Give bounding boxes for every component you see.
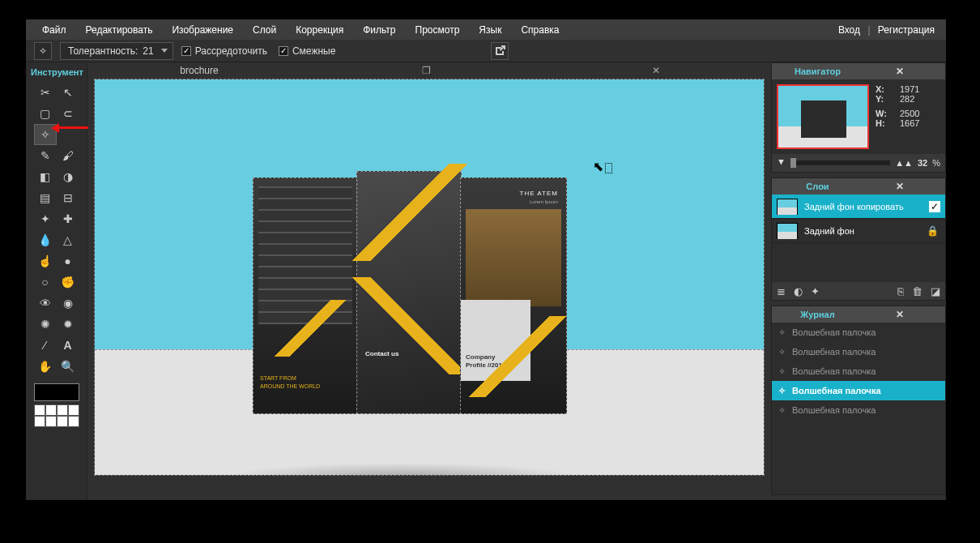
menubar: Файл Редактировать Изображение Слой Корр… (26, 19, 946, 40)
navigator-thumbnail[interactable] (777, 84, 869, 149)
history-label: Волшебная палочка (792, 405, 876, 415)
current-tool-icon[interactable]: ✧ (34, 42, 52, 60)
adjacent-checkbox[interactable]: Смежные (279, 45, 335, 57)
wand-icon: ✧ (39, 45, 47, 57)
foreground-color[interactable] (34, 383, 79, 401)
tolerance-label: Толерантность: (68, 45, 138, 57)
menu-image[interactable]: Изображение (162, 24, 243, 36)
layer-thumb (777, 199, 798, 215)
tool-smudge[interactable]: ☝ (34, 250, 57, 272)
tool-zoom[interactable]: 🔍 (57, 356, 79, 377)
coord-x: 1971 (900, 84, 919, 94)
zoom-in-icon[interactable]: ▲▲ (895, 158, 913, 168)
layers-close-icon[interactable]: ✕ (859, 181, 940, 192)
navigator-close-icon[interactable]: ✕ (859, 66, 940, 77)
menu-adjust[interactable]: Коррекция (286, 24, 353, 36)
layer-delete-icon[interactable]: 🗑 (912, 285, 922, 297)
tool-pinch[interactable]: ✹ (57, 314, 79, 335)
tool-move[interactable]: ↖ (57, 82, 79, 103)
layer-name: Задний фон копировать (804, 202, 929, 212)
layer-settings-icon[interactable]: ≣ (777, 285, 786, 297)
share-button[interactable] (491, 42, 509, 60)
layer-mask-icon[interactable]: ◐ (794, 285, 803, 297)
history-label: Волшебная палочка (792, 347, 876, 357)
canvas-area: brochure ❐ ✕ START FROM AROUND THE WORLD (87, 62, 771, 500)
tool-panel: Инструмент ✂ ↖ ▢ ⊂ ✧ ✎ 🖌 ◧ ◑ ▤ ⊟ ✦ ✚ 💧 △… (26, 62, 87, 500)
tool-heal[interactable]: ✚ (57, 208, 79, 229)
tool-picker[interactable]: ⁄ (34, 335, 57, 356)
tool-bloat[interactable]: ✺ (34, 314, 57, 335)
zoom-slider[interactable] (790, 160, 890, 165)
tool-bucket[interactable]: ◑ (57, 166, 79, 187)
tool-marquee[interactable]: ▢ (34, 103, 57, 124)
tool-dodge[interactable]: ○ (34, 272, 57, 293)
zoom-pct: % (932, 158, 940, 168)
tool-sharpen[interactable]: △ (57, 229, 79, 250)
tool-pencil[interactable]: ✎ (34, 145, 57, 166)
tool-lasso[interactable]: ⊂ (57, 103, 79, 124)
brochure-panel-mid: Contact us (356, 171, 462, 414)
layer-visible-checkbox[interactable]: ✓ (929, 201, 940, 212)
history-row[interactable]: ✧Волшебная палочка (772, 342, 945, 361)
brochure-contact: Contact us (365, 350, 398, 358)
tool-wand[interactable]: ✧ (34, 124, 57, 145)
login-link[interactable]: Вход (833, 24, 865, 36)
palette-grid[interactable] (34, 404, 79, 427)
tool-redeye[interactable]: 👁 (34, 293, 57, 314)
history-row[interactable]: ✧Волшебная палочка (772, 361, 945, 381)
layer-fx-icon[interactable]: ✦ (811, 285, 820, 297)
tolerance-dropdown-icon[interactable] (161, 49, 168, 53)
tool-type[interactable]: A (57, 335, 79, 356)
layer-lock-icon[interactable]: 🔒 (925, 225, 940, 237)
menu-layer[interactable]: Слой (243, 24, 286, 36)
menu-view[interactable]: Просмотр (406, 24, 470, 36)
brochure-mock: START FROM AROUND THE WORLD Contact us T… (253, 171, 567, 414)
restore-window-icon[interactable]: ❐ (311, 65, 541, 76)
document-title: brochure (87, 65, 311, 76)
tool-brush[interactable]: 🖌 (57, 145, 79, 166)
menu-edit[interactable]: Редактировать (76, 24, 163, 36)
register-link[interactable]: Регистрация (873, 24, 940, 36)
tool-crop[interactable]: ✂ (34, 82, 57, 103)
layer-more-icon[interactable]: ◪ (931, 285, 940, 297)
history-close-icon[interactable]: ✕ (859, 309, 940, 320)
close-window-icon[interactable]: ✕ (541, 65, 771, 76)
layer-name: Задний фон (804, 226, 925, 236)
tool-gradient[interactable]: ▤ (34, 187, 57, 208)
wand-icon: ✧ (778, 366, 786, 377)
brochure-tag2: AROUND THE WORLD (260, 383, 320, 389)
layer-row[interactable]: Задний фон🔒 (772, 219, 945, 243)
menu-filter[interactable]: Фильтр (353, 24, 405, 36)
layer-duplicate-icon[interactable]: ⎘ (897, 285, 904, 297)
document-header: brochure ❐ ✕ (87, 62, 771, 79)
adjacent-label: Смежные (292, 45, 335, 57)
menu-file[interactable]: Файл (32, 24, 76, 36)
tolerance-field[interactable]: Толерантность: 21 (60, 42, 173, 60)
history-row[interactable]: ✧Волшебная палочка (772, 400, 945, 420)
layer-thumb (777, 223, 798, 239)
canvas[interactable]: START FROM AROUND THE WORLD Contact us T… (94, 79, 765, 476)
brochure-theatem: THE ATEM (520, 190, 558, 198)
menu-lang[interactable]: Язык (469, 24, 511, 36)
tool-spot[interactable]: ◉ (57, 293, 79, 314)
history-row[interactable]: ✧Волшебная палочка (772, 323, 945, 342)
tool-burn[interactable]: ✊ (57, 272, 79, 293)
tool-clone[interactable]: ✦ (34, 208, 57, 229)
layer-row[interactable]: Задний фон копировать✓ (772, 195, 945, 219)
contiguous-checkbox[interactable]: Рассредоточить (181, 45, 267, 57)
layers-title: Слои (777, 182, 859, 191)
check-icon (181, 46, 191, 56)
history-label: Волшебная палочка (792, 327, 876, 337)
brochure-tag1: START FROM (260, 375, 296, 381)
menu-help[interactable]: Справка (511, 24, 569, 36)
navigator-coords: X:1971 Y:282 W:2500 H:1667 (869, 84, 940, 149)
tool-blur[interactable]: 💧 (34, 229, 57, 250)
tool-stamp[interactable]: ⊟ (57, 187, 79, 208)
navigator-zoom[interactable]: ▲ ▲▲ 32 % (772, 154, 945, 172)
tool-eraser[interactable]: ◧ (34, 166, 57, 187)
wand-icon: ✧ (778, 327, 786, 338)
history-row[interactable]: ✧Волшебная палочка (772, 381, 945, 400)
tool-sponge[interactable]: ● (57, 250, 79, 272)
tool-hand[interactable]: ✋ (34, 356, 57, 377)
zoom-out-icon[interactable]: ▲ (777, 158, 786, 168)
